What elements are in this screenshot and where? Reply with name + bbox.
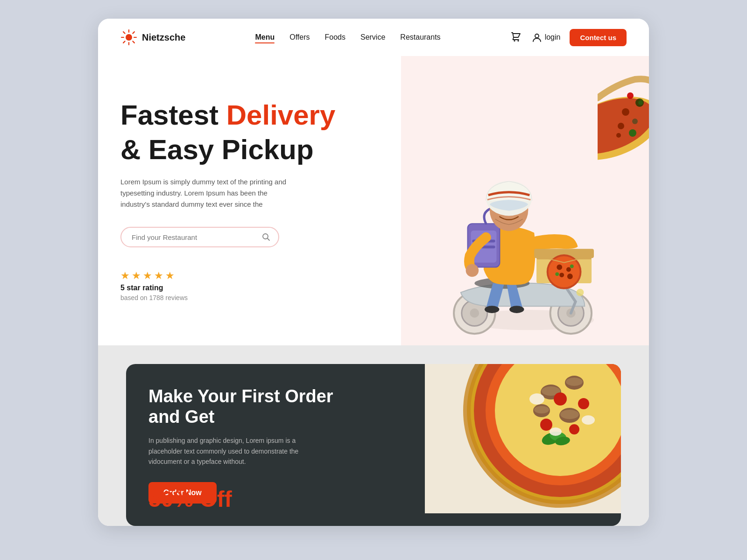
promo-card: Make Your First Order and Get In publish… [126, 364, 621, 526]
svg-point-11 [535, 34, 539, 38]
svg-line-7 [133, 32, 134, 34]
svg-point-55 [638, 100, 643, 105]
rating-section: ★ ★ ★ ★ ★ 5 star rating based on 1788 re… [120, 270, 379, 301]
svg-point-37 [567, 273, 573, 279]
search-box[interactable] [120, 227, 279, 247]
svg-point-38 [555, 272, 559, 276]
svg-point-0 [126, 34, 132, 41]
svg-point-70 [554, 392, 567, 406]
svg-point-36 [559, 273, 564, 277]
hero-left: Fastest Delivery & Easy Pickup Lorem Ips… [98, 56, 401, 345]
svg-line-8 [123, 41, 125, 43]
svg-point-12 [263, 234, 268, 239]
search-input[interactable] [132, 233, 261, 241]
svg-point-24 [509, 306, 524, 313]
svg-point-67 [534, 406, 549, 413]
main-nav: Menu Offers Foods Service Restaurants [255, 33, 440, 42]
hero-title-part1: Fastest [120, 99, 226, 131]
svg-point-69 [560, 410, 579, 419]
hero-title: Fastest Delivery [120, 100, 379, 131]
logo-text: Nietzsche [142, 32, 185, 43]
svg-point-77 [529, 393, 544, 405]
star-3: ★ [143, 270, 152, 282]
star-4: ★ [154, 270, 163, 282]
svg-point-46 [466, 264, 479, 277]
discount-badge: 50% Off [148, 486, 232, 512]
promo-title-line2: and Get [148, 407, 214, 427]
hero-subtitle: & Easy Pickup [120, 134, 379, 165]
svg-point-39 [570, 265, 574, 268]
star-2: ★ [132, 270, 141, 282]
svg-point-52 [629, 129, 636, 137]
logo[interactable]: Nietzsche [120, 29, 185, 46]
login-label: login [545, 33, 561, 42]
svg-line-6 [133, 41, 134, 43]
svg-point-53 [616, 133, 621, 138]
nav-foods[interactable]: Foods [325, 33, 345, 42]
header: Nietzsche Menu Offers Foods Service Rest… [98, 19, 649, 56]
svg-point-65 [566, 378, 583, 386]
nav-restaurants[interactable]: Restaurants [400, 33, 440, 42]
svg-point-51 [618, 123, 624, 129]
svg-point-79 [550, 427, 562, 436]
hero-description: Lorem Ipsum is simply dummy text of the … [120, 176, 298, 210]
nav-menu[interactable]: Menu [255, 33, 275, 42]
svg-point-35 [566, 267, 571, 272]
rating-label: 5 star rating [120, 284, 379, 292]
login-button[interactable]: login [532, 32, 561, 42]
nav-service[interactable]: Service [360, 33, 385, 42]
svg-point-33 [549, 256, 580, 287]
svg-point-71 [578, 398, 589, 409]
promo-description: In publishing and graphic design, Lorem … [148, 435, 326, 467]
promo-title-line1: Make Your First Order [148, 386, 333, 406]
hero-title-accent: Delivery [226, 99, 336, 131]
contact-button[interactable]: Contect us [570, 29, 627, 46]
svg-point-49 [622, 108, 629, 116]
cart-button[interactable] [510, 31, 522, 43]
user-icon [532, 32, 542, 42]
star-rating: ★ ★ ★ ★ ★ [120, 270, 379, 282]
promo-right [425, 364, 621, 526]
svg-point-50 [632, 119, 638, 124]
rating-sublabel: based on 1788 reviews [120, 294, 379, 301]
nav-offers[interactable]: Offers [289, 33, 310, 42]
star-5: ★ [165, 270, 175, 282]
svg-point-17 [470, 308, 479, 318]
svg-point-9 [514, 40, 515, 42]
svg-point-21 [577, 289, 584, 296]
svg-line-5 [123, 32, 125, 34]
svg-point-78 [582, 415, 595, 425]
cart-icon [510, 31, 522, 43]
hero-section: Fastest Delivery & Easy Pickup Lorem Ips… [98, 56, 649, 345]
promo-pizza-image [425, 364, 621, 513]
pizza-edge-decoration [598, 65, 649, 191]
svg-point-73 [569, 424, 579, 434]
star-1: ★ [120, 270, 130, 282]
promo-title: Make Your First Order and Get [148, 386, 402, 427]
svg-point-10 [517, 40, 519, 42]
search-icon [261, 232, 271, 242]
svg-point-34 [557, 265, 562, 270]
svg-point-56 [627, 92, 634, 99]
svg-point-72 [540, 419, 552, 431]
promo-left: Make Your First Order and Get In publish… [126, 364, 425, 526]
svg-point-23 [485, 306, 499, 313]
logo-icon [120, 29, 137, 46]
search-button[interactable] [261, 232, 271, 242]
promo-section: Make Your First Order and Get In publish… [98, 345, 649, 526]
header-actions: login Contect us [510, 29, 627, 46]
hero-right [401, 56, 649, 345]
